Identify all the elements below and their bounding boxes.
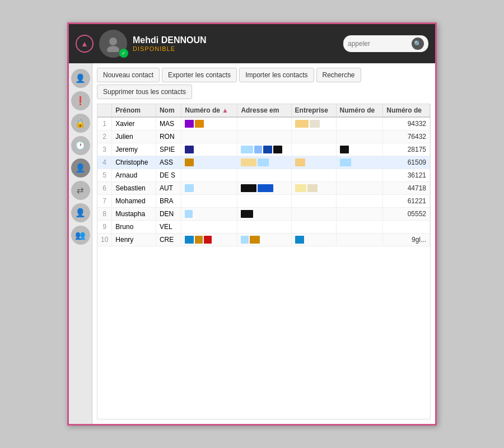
cell-colors1 bbox=[181, 182, 237, 195]
row-index: 7 bbox=[97, 195, 112, 208]
color-block bbox=[241, 184, 256, 192]
cell-colors4 bbox=[336, 195, 383, 208]
cell-colors1 bbox=[181, 130, 237, 143]
cell-colors4 bbox=[336, 208, 383, 221]
color-block bbox=[250, 236, 260, 244]
color-block bbox=[258, 184, 273, 192]
cell-colors2 bbox=[237, 195, 291, 208]
row-index: 1 bbox=[97, 117, 112, 130]
export-contacts-button[interactable]: Exporter les contacts bbox=[162, 68, 237, 82]
cell-num-end: 36121 bbox=[383, 169, 430, 182]
sidebar-icon-contact[interactable]: 👤 bbox=[71, 203, 90, 222]
table-row[interactable]: 5 Arnaud DE S 36121 bbox=[97, 169, 430, 182]
cell-nom: BRA bbox=[156, 195, 181, 208]
cell-num-end: 05552 bbox=[383, 208, 430, 221]
col-entreprise[interactable]: Entreprise bbox=[291, 104, 336, 117]
search-input[interactable] bbox=[348, 40, 409, 48]
table-row[interactable]: 2 Julien RON 76432 bbox=[97, 130, 430, 143]
cell-colors1 bbox=[181, 117, 237, 130]
col-numero3[interactable]: Numéro de bbox=[383, 104, 430, 117]
sidebar-icon-user[interactable]: 👤 bbox=[71, 158, 90, 178]
table-row[interactable]: 7 Mohamed BRA 61221 bbox=[97, 195, 430, 208]
cell-colors1 bbox=[181, 143, 237, 156]
table-row[interactable]: 10 Henry CRE 9gl... bbox=[97, 234, 430, 246]
cell-colors4 bbox=[336, 182, 383, 195]
color-block bbox=[340, 158, 351, 166]
table-row[interactable]: 4 Christophe ASS 61509 bbox=[97, 156, 430, 169]
col-adresse[interactable]: Adresse em bbox=[237, 104, 291, 117]
table-row[interactable]: 8 Mustapha DEN 05552 bbox=[97, 208, 430, 221]
color-block bbox=[195, 120, 204, 128]
col-num bbox=[97, 104, 112, 117]
svg-point-0 bbox=[109, 38, 117, 45]
cell-colors2 bbox=[237, 182, 291, 195]
color-block bbox=[185, 236, 194, 244]
color-block bbox=[295, 158, 305, 166]
cell-prenom: Jeremy bbox=[112, 143, 156, 156]
search-button-toolbar[interactable]: Recherche bbox=[316, 68, 361, 82]
color-block bbox=[295, 236, 304, 244]
up-button[interactable]: ▲ bbox=[76, 35, 94, 53]
cell-nom: DEN bbox=[156, 208, 181, 221]
delete-all-button[interactable]: Supprimer tous les contacts bbox=[97, 85, 192, 99]
search-button[interactable]: 🔍 bbox=[412, 38, 424, 50]
cell-colors4 bbox=[336, 169, 383, 182]
cell-num-end bbox=[383, 221, 430, 234]
sidebar-icon-alert[interactable]: ❗ bbox=[71, 91, 90, 110]
new-contact-button[interactable]: Nouveau contact bbox=[97, 68, 160, 82]
sidebar-icon-lock[interactable]: 🔒 bbox=[71, 114, 90, 133]
cell-colors3 bbox=[291, 169, 336, 182]
cell-colors4 bbox=[336, 130, 383, 143]
col-nom[interactable]: Nom bbox=[156, 104, 181, 117]
cell-colors3 bbox=[291, 117, 336, 130]
cell-prenom: Christophe bbox=[112, 156, 156, 169]
cell-colors1 bbox=[181, 208, 237, 221]
color-block bbox=[273, 146, 282, 153]
cell-colors1 bbox=[181, 221, 237, 234]
col-numero1[interactable]: Numéro de▲ bbox=[181, 104, 237, 117]
cell-colors4 bbox=[336, 117, 383, 130]
search-bar[interactable]: 🔍 bbox=[343, 35, 428, 52]
cell-colors3 bbox=[291, 221, 336, 234]
table-row[interactable]: 3 Jeremy SPIE 28175 bbox=[97, 143, 430, 156]
svg-point-1 bbox=[107, 46, 119, 52]
cell-colors2 bbox=[237, 169, 291, 182]
cell-colors2 bbox=[237, 117, 291, 130]
row-index: 10 bbox=[97, 234, 112, 246]
col-numero2[interactable]: Numéro de bbox=[336, 104, 383, 117]
color-block bbox=[185, 146, 194, 153]
col-prenom[interactable]: Prénom bbox=[112, 104, 156, 117]
cell-colors4 bbox=[336, 156, 383, 169]
color-block bbox=[185, 158, 194, 166]
cell-prenom: Xavier bbox=[112, 117, 156, 130]
cell-num-end: 9gl... bbox=[383, 234, 430, 246]
table-row[interactable]: 9 Bruno VEL bbox=[97, 221, 430, 234]
cell-prenom: Sebastien bbox=[112, 182, 156, 195]
sidebar-icon-clock[interactable]: 🕐 bbox=[71, 136, 90, 155]
cell-prenom: Henry bbox=[112, 234, 156, 246]
cell-colors4 bbox=[336, 234, 383, 246]
cell-prenom: Arnaud bbox=[112, 169, 156, 182]
row-index: 9 bbox=[97, 221, 112, 234]
import-contacts-button[interactable]: Importer les contacts bbox=[239, 68, 314, 82]
cell-colors3 bbox=[291, 234, 336, 246]
sort-indicator: ▲ bbox=[222, 106, 228, 114]
color-block bbox=[204, 236, 212, 244]
color-block bbox=[295, 184, 306, 192]
sidebar-icon-transfer[interactable]: ⇄ bbox=[71, 181, 90, 200]
sidebar-icon-group[interactable]: 👥 bbox=[71, 226, 90, 245]
cell-nom: VEL bbox=[156, 221, 181, 234]
color-block bbox=[295, 120, 309, 128]
table-row[interactable]: 6 Sebastien AUT 44718 bbox=[97, 182, 430, 195]
row-index: 5 bbox=[97, 169, 112, 182]
cell-nom: DE S bbox=[156, 169, 181, 182]
cell-nom: AUT bbox=[156, 182, 181, 195]
sidebar-icon-person[interactable]: 👤 bbox=[71, 69, 90, 88]
color-block bbox=[241, 146, 253, 153]
cell-nom: ASS bbox=[156, 156, 181, 169]
table-row[interactable]: 1 Xavier MAS 94332 bbox=[97, 117, 430, 130]
color-block bbox=[254, 146, 262, 153]
cell-colors2 bbox=[237, 143, 291, 156]
color-block bbox=[340, 146, 349, 153]
table-header-row: Prénom Nom Numéro de▲ Adresse em Entrepr… bbox=[97, 104, 430, 117]
